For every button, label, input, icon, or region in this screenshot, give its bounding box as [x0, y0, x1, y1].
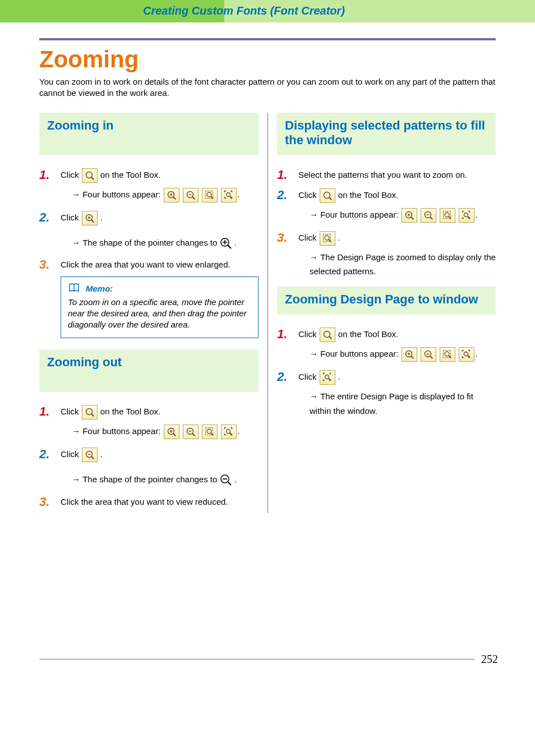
step-number: 3. — [39, 495, 61, 508]
zoom-out-icon[interactable] — [183, 188, 199, 202]
result-text: Four buttons appear: — [320, 349, 400, 358]
step-row: 1. Select the patterns that you want to … — [277, 168, 496, 182]
section-zoom-page: Zooming Design Page to window — [277, 287, 496, 315]
step-number: 2. — [39, 210, 61, 224]
step-number: 1. — [39, 404, 61, 418]
zoom-tool-icon[interactable] — [82, 168, 98, 183]
zoom-tool-icon[interactable] — [320, 188, 335, 203]
book-icon — [68, 283, 80, 294]
step-number: 2. — [39, 447, 61, 460]
zoom-selection-icon[interactable] — [440, 208, 455, 223]
page-number: 252 — [474, 653, 498, 666]
step-row: 2. Click on the Tool Box. — [277, 188, 496, 203]
step-result: → The entire Design Page is displayed to… — [310, 389, 496, 418]
zoom-in-icon[interactable] — [82, 211, 98, 225]
step-row: 2. Click . — [39, 210, 259, 225]
step-text: Click the area that you want to view enl… — [61, 257, 259, 272]
zoom-fit-icon[interactable] — [221, 425, 237, 439]
step-result: → Four buttons appear: . — [72, 187, 259, 202]
page-header: Creating Custom Fonts (Font Creator) — [0, 0, 535, 22]
step-text: . — [338, 372, 340, 381]
step-text: . — [100, 213, 103, 222]
result-text: The shape of the pointer changes to — [82, 238, 219, 247]
step-result: → Four buttons appear: . — [310, 347, 496, 362]
zoom-fit-icon[interactable] — [459, 208, 474, 223]
zoom-fit-icon[interactable] — [320, 370, 335, 385]
step-text: Click — [61, 213, 81, 222]
zoom-selection-icon[interactable] — [440, 347, 455, 362]
step-result: → The shape of the pointer changes to . — [72, 236, 259, 250]
step-result: → The Design Page is zoomed to display o… — [310, 250, 496, 279]
zoom-selection-icon[interactable] — [202, 188, 218, 202]
step-number: 1. — [277, 327, 298, 340]
zoom-out-icon[interactable] — [183, 425, 199, 439]
result-text: Four buttons appear: — [82, 426, 163, 436]
step-text: . — [100, 449, 103, 459]
step-text: Click — [61, 407, 81, 416]
divider — [39, 38, 496, 40]
section-display-selected: Displaying selected patterns to fill the… — [277, 113, 496, 156]
step-result: → Four buttons appear: . — [310, 208, 496, 223]
section-zooming-in: Zooming in — [39, 113, 259, 155]
step-text: . — [338, 233, 340, 242]
step-text: Click — [298, 329, 319, 339]
step-text: on the Tool Box. — [338, 190, 398, 200]
step-result: → Four buttons appear: . — [72, 424, 259, 439]
zoom-fit-icon[interactable] — [221, 188, 237, 202]
step-number: 1. — [39, 168, 61, 181]
step-text: Click — [298, 372, 319, 381]
result-text: The Design Page is zoomed to display onl… — [310, 252, 496, 276]
step-text: Click the area that you want to view red… — [61, 495, 259, 509]
step-text: Click — [61, 170, 81, 179]
step-row: 1. Click on the Tool Box. — [39, 404, 259, 420]
step-row: 2. Click . — [39, 447, 259, 462]
step-text: Click — [298, 233, 319, 242]
zoom-tool-icon[interactable] — [320, 328, 335, 342]
zoom-out-icon[interactable] — [421, 208, 436, 223]
result-text: Four buttons appear: — [82, 190, 163, 199]
result-text: The shape of the pointer changes to — [82, 474, 219, 484]
result-text: Four buttons appear: — [320, 210, 400, 219]
memo-text: To zoom in on a specific area, move the … — [68, 297, 251, 331]
zoom-out-icon[interactable] — [82, 448, 98, 462]
step-number: 3. — [277, 231, 298, 244]
step-text: Click — [298, 190, 319, 200]
zoom-tool-icon[interactable] — [82, 405, 98, 420]
zoom-out-cursor-icon — [220, 474, 232, 486]
step-text: on the Tool Box. — [100, 170, 160, 179]
zoom-in-icon[interactable] — [164, 425, 179, 439]
section-zooming-out: Zooming out — [39, 349, 259, 392]
header-breadcrumb-bar: Creating Custom Fonts (Font Creator) — [224, 0, 535, 22]
memo-label: Memo: — [86, 284, 113, 293]
zoom-selection-icon[interactable] — [320, 231, 335, 246]
footer-divider: 252 — [39, 659, 496, 660]
zoom-in-icon[interactable] — [164, 188, 179, 202]
step-text: on the Tool Box. — [338, 329, 398, 339]
breadcrumb: Creating Custom Fonts (Font Creator) — [143, 4, 345, 17]
zoom-in-icon[interactable] — [402, 208, 417, 223]
zoom-fit-icon[interactable] — [459, 347, 474, 362]
step-result: → The shape of the pointer changes to . — [72, 472, 259, 487]
step-text: Click — [61, 449, 81, 459]
step-text: on the Tool Box. — [100, 407, 160, 416]
step-row: 3. Click the area that you want to view … — [39, 495, 259, 509]
page-title: Zooming — [39, 46, 496, 73]
step-row: 3. Click . — [277, 231, 496, 246]
memo-box: Memo: To zoom in on a specific area, mov… — [61, 276, 259, 338]
step-number: 3. — [39, 257, 61, 271]
zoom-in-icon[interactable] — [402, 347, 417, 362]
zoom-out-icon[interactable] — [421, 347, 436, 362]
zoom-selection-icon[interactable] — [202, 425, 218, 439]
step-row: 3. Click the area that you want to view … — [39, 257, 259, 272]
intro-text: You can zoom in to work on details of th… — [39, 76, 496, 99]
step-row: 1. Click on the Tool Box. — [39, 168, 259, 183]
step-row: 2. Click . — [277, 370, 496, 385]
zoom-in-cursor-icon — [220, 237, 232, 250]
result-text: The entire Design Page is displayed to f… — [310, 391, 473, 416]
step-number: 2. — [277, 370, 298, 383]
step-text: Select the patterns that you want to zoo… — [298, 168, 496, 182]
step-number: 2. — [277, 188, 298, 201]
step-number: 1. — [277, 168, 298, 181]
step-row: 1. Click on the Tool Box. — [277, 327, 496, 342]
